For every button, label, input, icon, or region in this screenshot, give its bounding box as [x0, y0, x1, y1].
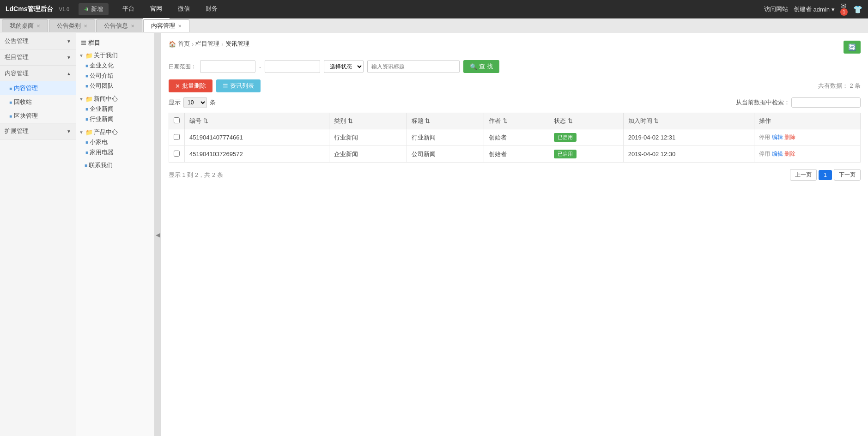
- tab-bar: 我的桌面 ✕ 公告类别 ✕ 公告信息 ✕ 内容管理 ✕: [0, 18, 868, 33]
- tree-node-news-label[interactable]: ▼ 📁 新闻中心: [76, 94, 154, 104]
- sidebar-notice-toggle-icon: ▼: [67, 39, 71, 44]
- tab-content-mgmt[interactable]: 内容管理 ✕: [143, 19, 189, 32]
- tab-desktop[interactable]: 我的桌面 ✕: [2, 19, 48, 32]
- row1-author: 创始者: [484, 129, 549, 146]
- row1-disable-btn[interactable]: 停用: [759, 134, 770, 140]
- tree-node-news: ▼ 📁 新闻中心 ■ 企业新闻 ■ 行业新闻: [76, 92, 154, 126]
- sidebar-item-content[interactable]: ■ 内容管理: [0, 81, 76, 95]
- tree-file-icon-home-appliance: ■: [85, 150, 89, 155]
- per-page-select[interactable]: 10 20 50 100: [183, 97, 207, 108]
- sidebar-content-item-label: 内容管理: [14, 84, 38, 92]
- tree-node-team[interactable]: ■ 公司团队: [83, 81, 154, 91]
- page-1-btn[interactable]: 1: [819, 170, 832, 180]
- col-created-at[interactable]: 加入时间 ⇅: [623, 113, 754, 129]
- tree-node-culture[interactable]: ■ 企业文化: [83, 61, 154, 71]
- sidebar-item-block[interactable]: ■ 区块管理: [0, 109, 76, 123]
- row2-edit-btn[interactable]: 编辑: [772, 151, 783, 157]
- dropdown-icon: ▾: [832, 6, 835, 13]
- tree-node-contact-label[interactable]: ■ 联系我们: [76, 160, 154, 170]
- refresh-btn[interactable]: 🔄: [844, 41, 861, 54]
- nav-tabs: 平台 官网 微信 财务: [115, 0, 225, 19]
- tree-folder-icon-products: 📁: [85, 129, 93, 136]
- sidebar-block-label: 区块管理: [14, 112, 38, 120]
- notification-wrapper[interactable]: ✉ 1: [840, 1, 848, 18]
- tab-close-content-mgmt[interactable]: ✕: [178, 24, 182, 29]
- tree-node-industry-news-text: 行业新闻: [90, 115, 114, 123]
- row2-delete-btn[interactable]: 删除: [784, 151, 795, 157]
- row1-id: 4519041407774661: [185, 129, 329, 146]
- sidebar: 公告管理 ▼ 栏目管理 ▼ 内容管理 ▲ ■ 内容管理 ■ 回: [0, 33, 76, 436]
- row1-check[interactable]: [169, 129, 185, 146]
- status-select[interactable]: 选择状态 已启用 已停用: [324, 60, 364, 73]
- col-title[interactable]: 标题 ⇅: [407, 113, 484, 129]
- sidebar-recycle-icon: ■: [9, 100, 12, 105]
- sidebar-header-content-mgmt[interactable]: 内容管理 ▲: [0, 66, 76, 81]
- info-list-btn[interactable]: ☰ 资讯列表: [216, 79, 261, 92]
- nav-tab-weixin[interactable]: 微信: [170, 0, 197, 19]
- breadcrumb-home-icon: 🏠: [169, 41, 176, 48]
- sidebar-item-recycle[interactable]: ■ 回收站: [0, 95, 76, 109]
- creator-label: 创建者: [794, 5, 812, 13]
- sidebar-header-notice-mgmt[interactable]: 公告管理 ▼: [0, 33, 76, 49]
- row2-checkbox[interactable]: [174, 151, 180, 157]
- col-status[interactable]: 状态 ⇅: [549, 113, 623, 129]
- tab-notice-info[interactable]: 公告信息 ✕: [96, 19, 142, 32]
- col-author[interactable]: 作者 ⇅: [484, 113, 549, 129]
- tree-node-intro[interactable]: ■ 公司介绍: [83, 71, 154, 81]
- row1-edit-btn[interactable]: 编辑: [772, 134, 783, 140]
- tree-node-intro-text: 公司介绍: [90, 72, 114, 80]
- row1-delete-btn[interactable]: 删除: [784, 134, 795, 140]
- row1-checkbox[interactable]: [174, 134, 180, 140]
- tree-node-small-appliance-text: 小家电: [90, 138, 108, 146]
- nav-tab-pingtai[interactable]: 平台: [115, 0, 142, 19]
- batch-delete-btn[interactable]: ✕ 批量删除: [169, 79, 212, 92]
- collapse-toggle[interactable]: ◀: [155, 33, 161, 436]
- col-id[interactable]: 编号 ⇅: [185, 113, 329, 129]
- tree-node-corp-news[interactable]: ■ 企业新闻: [83, 104, 154, 114]
- tree-node-contact: ■ 联系我们: [76, 159, 154, 172]
- user-info[interactable]: 创建者 admin ▾: [794, 5, 835, 13]
- row1-status: 已启用: [549, 129, 623, 146]
- col-check: [169, 113, 185, 129]
- sidebar-section-notice: 公告管理 ▼: [0, 33, 76, 49]
- visit-site-link[interactable]: 访问网站: [764, 5, 788, 13]
- date-start-input[interactable]: [200, 60, 255, 73]
- nav-tab-caiwu[interactable]: 财务: [198, 0, 225, 19]
- row2-check[interactable]: [169, 146, 185, 163]
- col-category[interactable]: 类别 ⇅: [329, 113, 407, 129]
- select-all-checkbox[interactable]: [174, 117, 180, 123]
- title-search-input[interactable]: [367, 60, 460, 73]
- prev-page-btn[interactable]: 上一页: [790, 169, 817, 181]
- tree-node-products-label[interactable]: ▼ 📁 产品中心: [76, 127, 154, 137]
- next-page-btn[interactable]: 下一页: [834, 169, 861, 181]
- pagination-right: 上一页 1 下一页: [790, 169, 861, 181]
- tab-close-notice-type[interactable]: ✕: [84, 24, 87, 29]
- tree-file-icon-intro: ■: [85, 73, 89, 79]
- tab-close-desktop[interactable]: ✕: [36, 24, 40, 29]
- tree-node-small-appliance[interactable]: ■ 小家电: [83, 137, 154, 147]
- sidebar-header-extend-mgmt[interactable]: 扩展管理 ▼: [0, 123, 76, 139]
- row2-disable-btn[interactable]: 停用: [759, 151, 770, 157]
- tree-node-home-appliance-text: 家用电器: [90, 148, 114, 157]
- shirt-icon[interactable]: 👕: [853, 5, 862, 14]
- tree-file-icon-corp-news: ■: [85, 106, 89, 112]
- tree-node-about-label[interactable]: ▼ 📁 关于我们: [76, 50, 154, 61]
- tab-notice-type[interactable]: 公告类别 ✕: [49, 19, 95, 32]
- breadcrumb-column-link[interactable]: 栏目管理: [195, 40, 219, 48]
- tree-node-industry-news[interactable]: ■ 行业新闻: [83, 114, 154, 124]
- search-btn[interactable]: 🔍 查 找: [463, 60, 499, 73]
- sidebar-section-content: 内容管理 ▲ ■ 内容管理 ■ 回收站 ■ 区块管理: [0, 66, 76, 123]
- sidebar-block-icon: ■: [9, 114, 12, 119]
- tree-file-icon-team: ■: [85, 83, 89, 89]
- inline-search-input[interactable]: [791, 97, 861, 108]
- row2-id: 4519041037269572: [185, 146, 329, 163]
- date-end-input[interactable]: [265, 60, 320, 73]
- col-actions: 操作: [754, 113, 861, 129]
- tree-node-home-appliance[interactable]: ■ 家用电器: [83, 147, 154, 157]
- nav-tab-guanwang[interactable]: 官网: [143, 0, 170, 19]
- sidebar-header-column-mgmt[interactable]: 栏目管理 ▼: [0, 49, 76, 65]
- new-btn[interactable]: + + 新增: [79, 3, 109, 15]
- tab-close-notice-info[interactable]: ✕: [131, 24, 134, 29]
- breadcrumb-home-link[interactable]: 首页: [178, 40, 190, 48]
- date-sep: -: [259, 63, 261, 70]
